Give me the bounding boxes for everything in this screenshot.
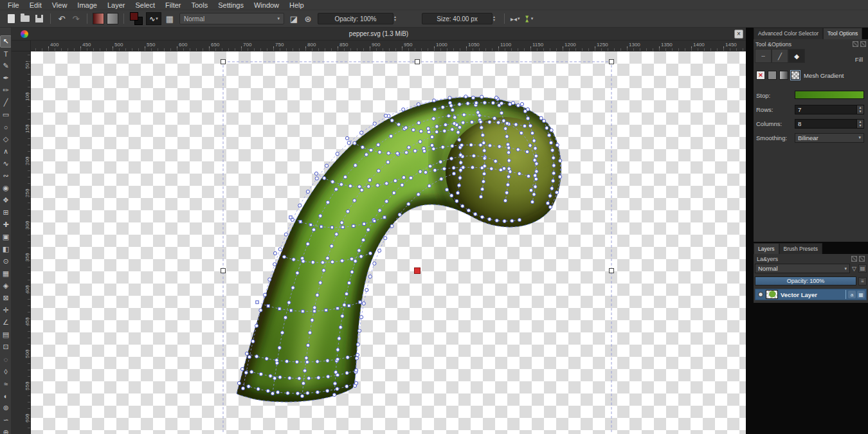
selection-handle[interactable]	[610, 269, 614, 273]
mesh-node[interactable]	[509, 170, 512, 173]
mesh-node[interactable]	[458, 103, 461, 106]
canvas[interactable]	[31, 51, 746, 434]
mesh-node[interactable]	[508, 103, 511, 106]
mesh-node[interactable]	[321, 261, 324, 264]
mesh-node[interactable]	[397, 123, 401, 126]
mesh-node[interactable]	[534, 174, 537, 177]
mesh-node[interactable]	[237, 381, 240, 384]
mesh-node[interactable]	[368, 179, 372, 182]
mesh-node[interactable]	[268, 278, 271, 281]
mesh-node[interactable]	[453, 122, 456, 125]
document-tab-title[interactable]: pepper.svg (1.3 MiB)	[12, 28, 746, 41]
mesh-node[interactable]	[298, 204, 302, 207]
mesh-node[interactable]	[518, 218, 521, 221]
columns-spinbox[interactable]: 8 ▴▾	[795, 119, 864, 129]
mesh-node[interactable]	[306, 392, 309, 395]
mesh-node[interactable]	[360, 316, 363, 319]
mesh-node[interactable]	[302, 382, 305, 385]
mesh-node[interactable]	[377, 169, 380, 172]
layer-properties-button[interactable]: ▤	[858, 264, 867, 273]
mesh-node[interactable]	[385, 200, 388, 203]
mesh-node[interactable]	[518, 172, 521, 176]
mesh-node[interactable]	[345, 372, 348, 375]
mesh-node[interactable]	[354, 260, 357, 263]
freehand-select-tool[interactable]: ≈	[0, 377, 12, 390]
gradient-chooser-button[interactable]	[93, 13, 104, 24]
mesh-node[interactable]	[376, 184, 379, 187]
layer-visibility-icon[interactable]	[758, 292, 763, 297]
mesh-node[interactable]	[549, 141, 552, 144]
mesh-node[interactable]	[523, 109, 527, 113]
mesh-node[interactable]	[305, 360, 309, 363]
mesh-node[interactable]	[488, 120, 491, 123]
mesh-node[interactable]	[393, 179, 397, 183]
layer-options-button[interactable]: ≡	[858, 277, 867, 285]
tab-brush-presets[interactable]: Brush Presets	[779, 243, 822, 254]
mesh-node[interactable]	[312, 228, 315, 231]
mesh-node[interactable]	[480, 126, 483, 129]
mesh-node[interactable]	[248, 356, 251, 359]
mesh-node[interactable]	[290, 309, 293, 312]
mesh-node[interactable]	[384, 237, 387, 240]
mesh-node[interactable]	[527, 117, 530, 120]
menu-window[interactable]: Window	[249, 0, 284, 10]
redo-button[interactable]: ↷	[69, 12, 82, 25]
pattern-chooser-button[interactable]	[107, 13, 118, 24]
gradient-tool[interactable]: ◧	[0, 243, 12, 255]
mesh-node[interactable]	[500, 102, 503, 105]
selection-handle[interactable]	[415, 60, 420, 64]
mesh-node[interactable]	[481, 134, 484, 137]
mesh-node[interactable]	[443, 129, 446, 132]
mesh-node[interactable]	[255, 355, 258, 358]
mesh-node[interactable]	[466, 102, 469, 105]
mesh-node[interactable]	[480, 167, 484, 170]
menu-edit[interactable]: Edit	[24, 0, 47, 10]
mesh-node[interactable]	[456, 191, 459, 194]
mesh-node[interactable]	[309, 331, 312, 334]
mesh-node[interactable]	[390, 134, 393, 138]
mesh-node[interactable]	[345, 293, 348, 296]
mesh-node[interactable]	[559, 159, 562, 162]
mesh-node[interactable]	[341, 314, 344, 318]
mesh-node[interactable]	[330, 226, 333, 229]
mesh-node[interactable]	[365, 288, 368, 291]
mesh-node[interactable]	[428, 165, 431, 168]
polyline-tool[interactable]: ∧	[0, 145, 12, 158]
mesh-node[interactable]	[345, 384, 348, 388]
docker-close-icon[interactable]	[860, 41, 866, 47]
polygonal-select-tool[interactable]: ◊	[0, 365, 12, 377]
mesh-node[interactable]	[333, 382, 336, 385]
crop-tool[interactable]: ▣	[0, 231, 12, 243]
mesh-node[interactable]	[483, 149, 486, 152]
mesh-node[interactable]	[433, 168, 437, 172]
docker-float-icon[interactable]	[851, 256, 857, 262]
mesh-node[interactable]	[494, 159, 497, 163]
mesh-node[interactable]	[482, 141, 485, 145]
fill-tool[interactable]: ◈	[0, 280, 12, 292]
mesh-node[interactable]	[340, 221, 343, 224]
mesh-node[interactable]	[346, 356, 349, 359]
mesh-node[interactable]	[296, 392, 299, 395]
mesh-node[interactable]	[516, 148, 520, 151]
mesh-node[interactable]	[507, 175, 510, 178]
mesh-node[interactable]	[407, 203, 410, 206]
transform-tool[interactable]: ⊞	[0, 206, 12, 219]
mesh-node[interactable]	[506, 143, 509, 146]
mesh-node[interactable]	[505, 135, 509, 138]
mesh-node[interactable]	[313, 310, 316, 312]
mesh-node[interactable]	[363, 222, 365, 225]
mesh-node[interactable]	[558, 175, 561, 178]
mesh-node[interactable]	[545, 127, 548, 130]
mesh-node[interactable]	[273, 251, 276, 255]
mesh-node[interactable]	[343, 176, 347, 179]
mesh-node[interactable]	[525, 150, 529, 153]
mesh-node[interactable]	[336, 374, 339, 377]
mesh-node[interactable]	[356, 343, 359, 346]
mesh-node[interactable]	[336, 152, 339, 156]
mesh-node[interactable]	[240, 367, 244, 370]
eraser-mode-button[interactable]: ◪	[287, 12, 300, 25]
mesh-node[interactable]	[368, 251, 372, 255]
mesh-node[interactable]	[354, 381, 357, 384]
mesh-node[interactable]	[467, 209, 470, 212]
mesh-node[interactable]	[355, 357, 358, 360]
